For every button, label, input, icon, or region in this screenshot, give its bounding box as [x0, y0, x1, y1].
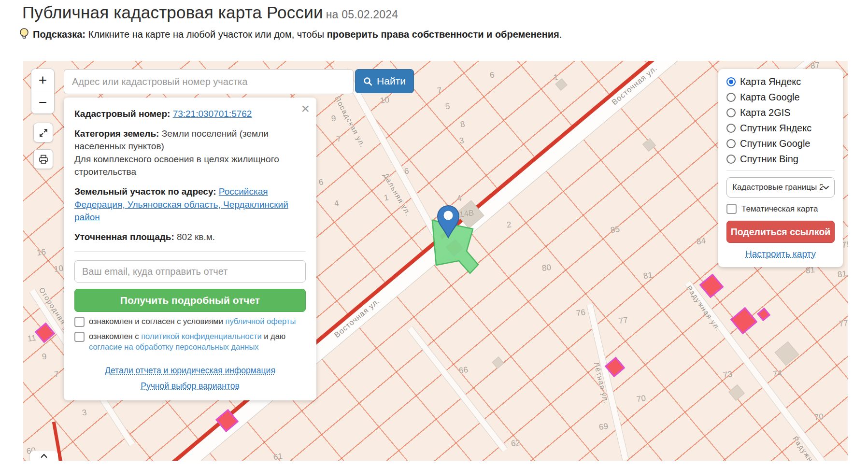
thematic-checkbox[interactable]: [726, 204, 737, 214]
panel-footer: Настроить карту: [726, 249, 835, 259]
basemap-option-label: Спутник Google: [740, 138, 810, 149]
chevron-down-icon: [823, 185, 829, 190]
privacy-consent-row: ознакомлен с политикой конфиденциальност…: [74, 331, 306, 352]
zoom-controls: + −: [31, 69, 55, 114]
boundaries-select[interactable]: Кадастровые границы 2024: [726, 177, 835, 198]
report-details-link[interactable]: Детали отчета и юридическая информация: [105, 366, 275, 375]
offer-consent-row: ознакомлен и согласен с условиями публич…: [74, 316, 306, 327]
parcel-number: 76: [576, 308, 586, 318]
get-report-button[interactable]: Получить подробный отчет: [74, 289, 306, 312]
thematic-map-row[interactable]: Тематическая карта: [726, 204, 835, 214]
parcel-number: 14В: [459, 208, 475, 220]
page-date: на 05.02.2024: [326, 8, 398, 21]
search-button[interactable]: Найти: [355, 69, 414, 93]
zoom-out-button[interactable]: −: [31, 91, 54, 113]
radio-icon[interactable]: [726, 155, 736, 164]
parcel-number: 74: [772, 368, 783, 379]
search-icon: [363, 77, 372, 86]
close-icon[interactable]: ×: [301, 101, 310, 116]
collapse-button[interactable]: [30, 451, 58, 461]
land-category-row: Категория земель: Земли поселений (земли…: [74, 127, 306, 179]
map-canvas[interactable]: Восточная ул.Восточная ул.Посадская ул.Д…: [23, 61, 848, 461]
basemap-option-спутник-яндекс[interactable]: Спутник Яндекс: [726, 123, 835, 134]
radio-icon[interactable]: [726, 93, 736, 102]
area-row: Уточненная площадь: 802 кв.м.: [74, 231, 306, 244]
parcel-number: 81: [837, 269, 848, 280]
parcel-number: 66: [458, 365, 469, 376]
parcel-number: 70: [814, 412, 825, 423]
fullscreen-button[interactable]: [33, 123, 53, 142]
basemap-option-карта-2gis[interactable]: Карта 2GIS: [726, 107, 835, 118]
radio-icon[interactable]: [726, 77, 736, 86]
search-bar: [64, 69, 354, 94]
share-link-button[interactable]: Поделиться ссылкой: [726, 221, 835, 243]
print-button[interactable]: [33, 149, 53, 169]
basemap-option-карта-google[interactable]: Карта Google: [726, 92, 835, 103]
basemap-option-label: Карта Яндекс: [740, 76, 801, 87]
basemap-option-label: Карта Google: [740, 92, 800, 103]
basemap-option-label: Спутник Bing: [740, 154, 798, 165]
basemap-option-карта-яндекс[interactable]: Карта Яндекс: [726, 76, 835, 87]
parcel-number: 62: [511, 438, 521, 449]
chevron-up-icon: [40, 453, 48, 458]
basemap-option-спутник-bing[interactable]: Спутник Bing: [726, 154, 835, 165]
basemap-option-label: Карта 2GIS: [740, 107, 791, 118]
popup-footer-links: Детали отчета и юридическая информация Р…: [74, 365, 306, 392]
parcel-number: 77: [618, 315, 629, 326]
parcel-number: 16: [36, 247, 47, 258]
search-input[interactable]: [64, 70, 353, 94]
hint-line: Подсказка: Кликните на карте на любой уч…: [19, 28, 562, 41]
divider: [74, 251, 306, 252]
parcel-number: 81: [643, 270, 654, 281]
parcel-number: 77: [839, 318, 848, 329]
radio-icon[interactable]: [726, 139, 736, 148]
personal-data-link[interactable]: согласие на обработку персональных данны…: [89, 342, 259, 351]
page-title: Публичная кадастровая карта Россиина 05.…: [22, 3, 398, 22]
bulb-icon: [19, 28, 29, 41]
offer-checkbox[interactable]: [74, 317, 85, 327]
layers-panel: Карта ЯндексКарта GoogleКарта 2GISСпутни…: [718, 69, 843, 267]
parcel-number: 80: [541, 263, 552, 273]
email-field[interactable]: [74, 260, 306, 283]
address-row: Земельный участок по адресу: Российская …: [74, 185, 306, 224]
parcel-number: 84: [696, 236, 707, 247]
parcel-number: 70: [636, 394, 647, 404]
header: Публичная кадастровая карта Россиина 05.…: [22, 3, 843, 22]
printer-icon: [39, 155, 48, 164]
parcel-number: 61: [273, 452, 284, 461]
parcel-number: 10: [380, 95, 390, 106]
parcel-number: 85: [610, 225, 621, 235]
basemap-options: Карта ЯндексКарта GoogleКарта 2GISСпутни…: [726, 76, 835, 165]
privacy-policy-link[interactable]: политикой конфиденциальности: [141, 332, 262, 340]
privacy-checkbox[interactable]: [74, 332, 85, 342]
basemap-option-label: Спутник Яндекс: [740, 123, 811, 134]
hint-text: Подсказка: Кликните на карте на любой уч…: [33, 29, 562, 40]
basemap-option-спутник-google[interactable]: Спутник Google: [726, 138, 835, 149]
parcel-number: 73: [723, 369, 733, 380]
expand-icon: [39, 128, 48, 138]
parcel-info-popup: × Кадастровый номер: 73:21:030701:5762 К…: [64, 98, 316, 400]
radio-icon[interactable]: [726, 124, 736, 133]
configure-map-link[interactable]: Настроить карту: [745, 249, 816, 259]
parcel-number: 10: [54, 264, 64, 274]
radio-icon[interactable]: [726, 108, 736, 117]
zoom-in-button[interactable]: +: [31, 69, 54, 91]
panel-divider: [726, 170, 835, 171]
manual-select-link[interactable]: Ручной выбор вариантов: [141, 380, 239, 392]
public-offer-link[interactable]: публичной оферты: [225, 317, 296, 325]
cadastral-number-link[interactable]: 73:21:030701:5762: [173, 109, 252, 119]
cadastral-number-row: Кадастровый номер: 73:21:030701:5762: [74, 108, 306, 121]
parcel-number: 69: [598, 422, 609, 432]
parcel-number: 11: [27, 333, 37, 344]
